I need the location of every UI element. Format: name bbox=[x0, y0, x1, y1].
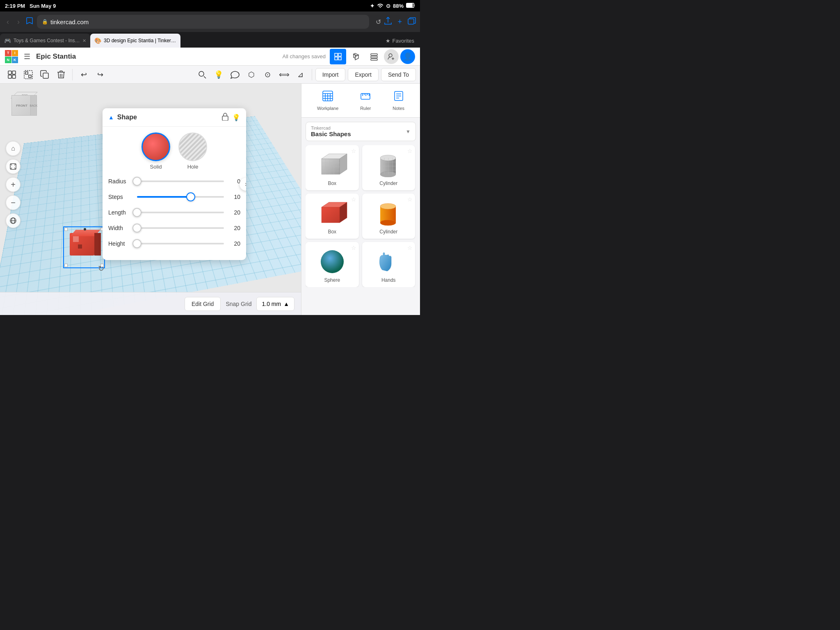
logo-t: T bbox=[5, 50, 11, 57]
shapes-dropdown-arrow: ▼ bbox=[406, 129, 411, 135]
circle-button[interactable]: ⊙ bbox=[260, 67, 276, 82]
share-button[interactable] bbox=[384, 17, 392, 27]
redo-button[interactable]: ↪ bbox=[92, 67, 108, 82]
svg-rect-1 bbox=[407, 3, 413, 7]
tab-tinkercad[interactable]: 🎨 3D design Epic Stantia | Tinkercad bbox=[90, 34, 180, 48]
home-view-button[interactable]: ⌂ bbox=[6, 141, 21, 156]
panel-title: Shape bbox=[117, 114, 218, 121]
import-button[interactable]: Import bbox=[315, 68, 346, 81]
duplicate-button[interactable] bbox=[37, 67, 52, 82]
shape-img-cylinder-grey bbox=[372, 149, 405, 178]
comment-button[interactable] bbox=[227, 67, 243, 82]
shape-star-box-grey[interactable]: ☆ bbox=[351, 148, 356, 154]
sendto-button[interactable]: Send To bbox=[381, 68, 416, 81]
shape-label-sphere-teal: Sphere bbox=[324, 277, 340, 283]
steps-label: Steps bbox=[108, 194, 133, 200]
lock-icon: 🔒 bbox=[42, 19, 48, 25]
shape-card-cylinder-orange[interactable]: ☆ bbox=[362, 194, 415, 239]
width-slider[interactable] bbox=[137, 223, 224, 233]
panel-light-button[interactable]: 💡 bbox=[232, 114, 240, 121]
signal-icon: ✦ bbox=[370, 3, 374, 9]
light-button[interactable]: 💡 bbox=[211, 67, 226, 82]
location-icon: ⊙ bbox=[386, 3, 390, 9]
grid-view-button[interactable] bbox=[330, 49, 346, 64]
bookmarks-button[interactable] bbox=[25, 17, 34, 27]
height-slider[interactable] bbox=[137, 239, 224, 249]
height-value: 20 bbox=[228, 240, 240, 247]
length-slider[interactable] bbox=[137, 208, 224, 217]
autosave-status: All changes saved bbox=[282, 53, 326, 59]
orientation-cube[interactable]: TOP FRONT BACK bbox=[8, 92, 37, 121]
shape-label-box-grey: Box bbox=[328, 180, 336, 186]
left-controls: ⌂ + − bbox=[6, 141, 21, 228]
shape-star-box-red[interactable]: ☆ bbox=[351, 196, 356, 203]
status-icons: ✦ ⊙ 88% bbox=[370, 3, 415, 9]
user-avatar[interactable]: 👤 bbox=[400, 49, 415, 64]
tabs-button[interactable] bbox=[408, 17, 416, 27]
panel-lock-button[interactable] bbox=[221, 112, 229, 122]
3d-object[interactable]: ↻ bbox=[66, 229, 98, 262]
reload-button[interactable]: ↺ bbox=[376, 18, 381, 26]
tab-notes[interactable]: Notes bbox=[388, 88, 409, 113]
mirror-button[interactable]: ⊿ bbox=[293, 67, 308, 82]
tab-instructables[interactable]: 🎮 Toys & Games Contest - Instructables ✕ bbox=[0, 34, 90, 48]
shapes-dropdown[interactable]: Tinkercad Basic Shapes ▼ bbox=[306, 122, 416, 141]
shapes-section: Tinkercad Basic Shapes ▼ ☆ bbox=[301, 118, 420, 291]
add-user-button[interactable] bbox=[384, 49, 399, 64]
browser-actions: + bbox=[384, 17, 416, 27]
svg-rect-13 bbox=[8, 75, 11, 78]
snap-grid-value[interactable]: 1.0 mm ▲ bbox=[256, 297, 294, 311]
fit-view-button[interactable] bbox=[6, 159, 21, 174]
shape-star-sphere-teal[interactable]: ☆ bbox=[351, 244, 356, 251]
shape-card-hand-blue[interactable]: ☆ bbox=[362, 242, 415, 287]
address-bar[interactable]: 🔒 tinkercad.com bbox=[37, 15, 369, 29]
list-view-button[interactable] bbox=[366, 49, 382, 64]
steps-slider[interactable] bbox=[137, 192, 224, 202]
snap-grid-label: Snap Grid bbox=[226, 301, 251, 307]
new-tab-button[interactable]: + bbox=[397, 18, 402, 26]
shape-label-box-red: Box bbox=[328, 229, 336, 235]
panel-collapse-button[interactable]: ▲ bbox=[108, 114, 114, 121]
ungroup-button[interactable] bbox=[21, 67, 36, 82]
radius-slider[interactable] bbox=[137, 176, 224, 186]
forward-button[interactable]: › bbox=[15, 16, 22, 28]
zoom-in-button[interactable]: + bbox=[6, 177, 21, 192]
shape-card-sphere-teal[interactable]: ☆ bbox=[306, 242, 359, 287]
hexagon-button[interactable]: ⬡ bbox=[244, 67, 259, 82]
width-value: 20 bbox=[228, 225, 240, 231]
tabs-bar: 🎮 Toys & Games Contest - Instructables ✕… bbox=[0, 32, 420, 48]
notes-tab-label: Notes bbox=[393, 106, 404, 111]
hole-option[interactable]: Hole bbox=[178, 132, 207, 170]
shape-card-box-red[interactable]: ☆ bbox=[306, 194, 359, 239]
favorites-tab[interactable]: ★ Favorites bbox=[380, 34, 420, 48]
solid-option[interactable]: Solid bbox=[142, 132, 170, 170]
tab-title-tinkercad: 3D design Epic Stantia | Tinkercad bbox=[104, 38, 176, 43]
build-view-button[interactable] bbox=[348, 49, 364, 64]
shape-card-box-grey[interactable]: ☆ bbox=[306, 145, 359, 190]
svg-rect-7 bbox=[371, 54, 377, 55]
delete-button[interactable] bbox=[53, 67, 69, 82]
align-button[interactable]: ⟺ bbox=[276, 67, 292, 82]
menu-button[interactable]: ☰ bbox=[22, 50, 32, 63]
zoom-out-button[interactable]: − bbox=[6, 195, 21, 210]
undo-button[interactable]: ↩ bbox=[76, 67, 91, 82]
tab-workplane[interactable]: Workplane bbox=[313, 88, 342, 113]
tab-close-instructables[interactable]: ✕ bbox=[82, 38, 86, 43]
radius-label: Radius bbox=[108, 178, 133, 185]
shape-img-hand-blue bbox=[372, 246, 405, 275]
shape-card-cylinder-grey[interactable]: ☆ bbox=[362, 145, 415, 190]
inspect-button[interactable] bbox=[194, 67, 210, 82]
workplane-tab-label: Workplane bbox=[317, 106, 338, 111]
edit-grid-button[interactable]: Edit Grid bbox=[185, 297, 221, 311]
shape-star-cylinder-orange[interactable]: ☆ bbox=[407, 196, 413, 203]
export-button[interactable]: Export bbox=[348, 68, 378, 81]
tab-ruler[interactable]: Ruler bbox=[356, 88, 375, 113]
shape-star-hand-blue[interactable]: ☆ bbox=[407, 244, 413, 251]
perspective-button[interactable] bbox=[6, 213, 21, 228]
svg-point-55 bbox=[380, 171, 396, 177]
group-button[interactable] bbox=[4, 67, 20, 82]
shapes-provider-label: Tinkercad bbox=[311, 126, 351, 130]
shape-star-cylinder-grey[interactable]: ☆ bbox=[407, 148, 413, 154]
back-button[interactable]: ‹ bbox=[4, 16, 11, 28]
canvas-area[interactable]: Workplane TOP FRONT BACK ⌂ + − bbox=[0, 84, 301, 315]
